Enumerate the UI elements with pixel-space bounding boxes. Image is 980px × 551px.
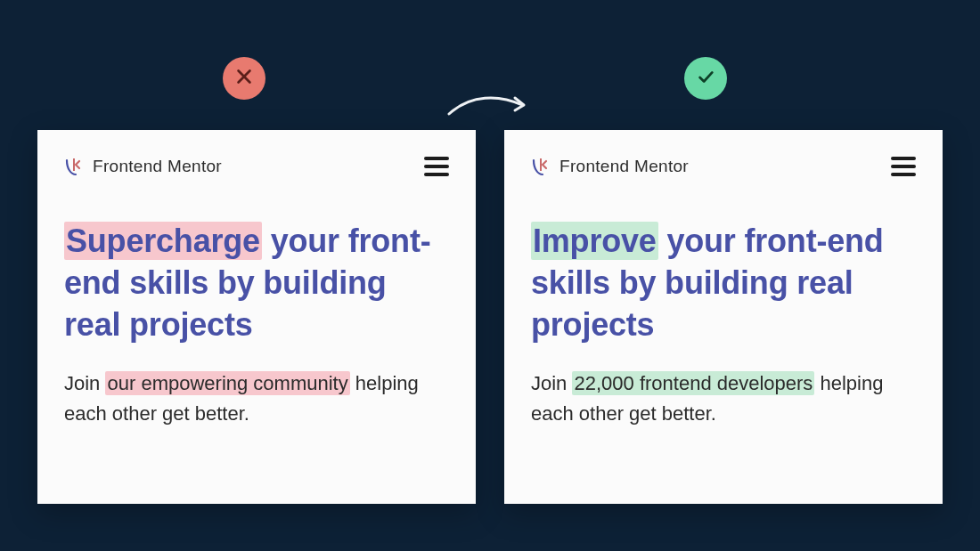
- card-header: Frontend Mentor: [64, 155, 449, 178]
- brand: Frontend Mentor: [531, 155, 689, 178]
- headline-highlight-good: Improve: [531, 222, 658, 260]
- sub-highlight-good: 22,000 frontend developers: [572, 371, 814, 395]
- sub-before: Join: [531, 372, 572, 394]
- headline-highlight-bad: Supercharge: [64, 222, 262, 260]
- hamburger-menu-icon[interactable]: [424, 157, 449, 176]
- x-icon: [234, 67, 254, 90]
- badge-bad: [223, 57, 265, 100]
- arrow-icon: [444, 89, 533, 125]
- card-header: Frontend Mentor: [531, 155, 916, 178]
- sub-before: Join: [64, 372, 105, 394]
- brand-name: Frontend Mentor: [559, 157, 689, 176]
- subline-bad: Join our empowering community helping ea…: [64, 369, 449, 429]
- hamburger-menu-icon[interactable]: [891, 157, 916, 176]
- brand: Frontend Mentor: [64, 155, 222, 178]
- headline-bad: Supercharge your front-end skills by bui…: [64, 221, 449, 345]
- subline-good: Join 22,000 frontend developers helping …: [531, 369, 916, 429]
- brand-logo-icon: [64, 155, 87, 178]
- badge-good: [684, 57, 727, 100]
- sub-highlight-bad: our empowering community: [105, 371, 349, 395]
- headline-good: Improve your front-end skills by buildin…: [531, 221, 916, 345]
- example-card-bad: Frontend Mentor Supercharge your front-e…: [37, 130, 476, 504]
- example-card-good: Frontend Mentor Improve your front-end s…: [504, 130, 943, 504]
- brand-logo-icon: [531, 155, 554, 178]
- brand-name: Frontend Mentor: [93, 157, 222, 176]
- check-icon: [696, 67, 715, 90]
